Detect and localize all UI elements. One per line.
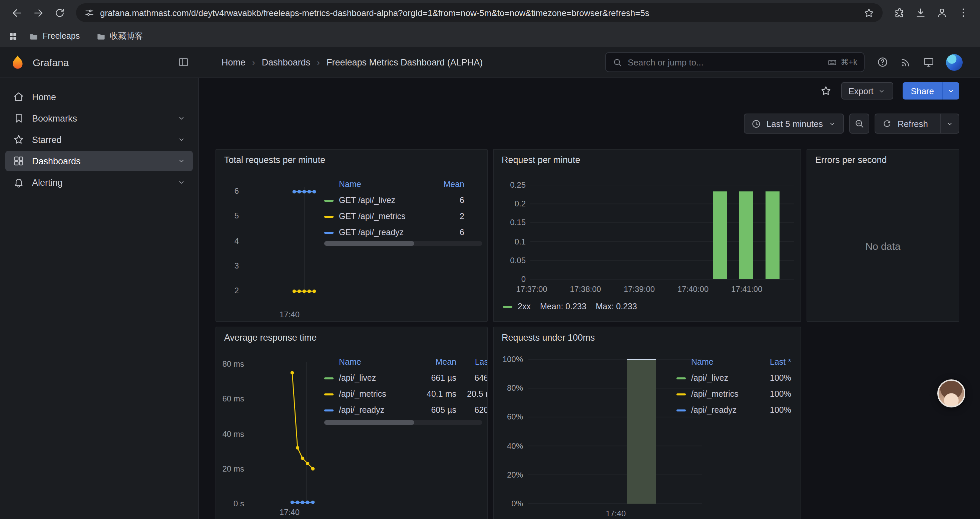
legend-item[interactable]: /api/_metrics100% xyxy=(676,386,791,402)
extensions-icon[interactable] xyxy=(889,3,909,23)
axis-tick: 17:38:00 xyxy=(562,284,609,294)
search-box[interactable]: ⌘+k xyxy=(605,52,865,72)
refresh-icon xyxy=(882,118,892,129)
breadcrumb-separator: › xyxy=(252,57,255,67)
breadcrumb: Home›Dashboards›Freeleaps Metrics Dashbo… xyxy=(221,57,483,67)
person-icon xyxy=(936,7,948,19)
panel-title[interactable]: Requests under 100ms xyxy=(502,333,595,343)
chevron-down-icon xyxy=(828,119,837,128)
legend-scrollbar[interactable] xyxy=(324,420,482,425)
apps-grid-icon[interactable] xyxy=(8,31,18,41)
refresh-button[interactable]: Refresh xyxy=(875,113,959,134)
bookmarks-bar: Freeleaps 收藏博客 xyxy=(0,26,980,47)
legend-scrollbar[interactable] xyxy=(324,241,482,246)
legend-item[interactable]: /api/_livez661 µs646 xyxy=(324,370,488,386)
apps-icon xyxy=(12,155,25,167)
sidebar-item-label: Bookmarks xyxy=(32,113,77,123)
user-avatar[interactable] xyxy=(946,54,963,70)
folder-icon xyxy=(29,31,39,41)
legend-item[interactable]: GET /api/_metrics2 xyxy=(324,208,464,224)
home-icon xyxy=(12,91,25,103)
legend-item[interactable]: /api/_livez100% xyxy=(676,370,791,386)
search-input[interactable] xyxy=(622,57,827,67)
series-swatch xyxy=(676,377,686,379)
axis-tick: 0 xyxy=(498,275,526,284)
site-settings-icon[interactable] xyxy=(84,7,95,18)
axis-tick: 17:40 xyxy=(269,310,310,319)
sidebar-item-label: Home xyxy=(32,92,56,102)
axis-tick: 5 xyxy=(219,211,239,221)
forward-button[interactable] xyxy=(28,3,48,23)
axis-tick: 60% xyxy=(495,412,523,422)
axis-tick: 2 xyxy=(219,286,239,295)
browser-profile-icon[interactable] xyxy=(932,3,952,23)
legend-header: NameLast * xyxy=(676,354,791,370)
sidebar-item-dashboards[interactable]: Dashboards xyxy=(5,151,193,171)
legend-item[interactable]: /api/_metrics40.1 ms20.5 r xyxy=(324,386,488,402)
axis-tick: 40 ms xyxy=(216,429,244,439)
display-icon[interactable] xyxy=(923,56,935,68)
series-swatch xyxy=(324,393,334,395)
url-input[interactable] xyxy=(95,8,863,18)
legend-header: NameMean xyxy=(324,176,464,192)
axis-tick: 0 s xyxy=(216,499,244,508)
sidebar-item-bookmarks[interactable]: Bookmarks xyxy=(5,108,193,128)
sidebar-item-label: Starred xyxy=(32,134,62,145)
breadcrumb-item[interactable]: Dashboards xyxy=(262,57,310,67)
axis-tick: 17:40:00 xyxy=(670,284,716,294)
downloads-icon[interactable] xyxy=(911,3,931,23)
axis-tick: 80 ms xyxy=(216,359,244,369)
series-swatch xyxy=(324,377,334,379)
series-swatch xyxy=(324,409,334,411)
favorite-star-icon[interactable] xyxy=(819,85,832,97)
legend-item[interactable]: /api/_readyz605 µs620 xyxy=(324,402,488,418)
axis-tick: 0.2 xyxy=(498,199,526,208)
legend-item[interactable]: GET /api/_readyz6 xyxy=(324,224,464,241)
axis-tick: 17:37:00 xyxy=(508,284,555,294)
sidebar-item-label: Dashboards xyxy=(32,156,81,166)
back-icon xyxy=(10,6,23,19)
help-icon[interactable] xyxy=(877,56,889,68)
legend-item[interactable]: /api/_readyz100% xyxy=(676,402,791,418)
requests-per-minute-bar-chart xyxy=(530,180,796,285)
panel-title[interactable]: Average response time xyxy=(224,333,317,343)
reload-button[interactable] xyxy=(49,3,69,23)
dock-sidebar-icon[interactable] xyxy=(177,56,189,68)
share-chevron-down-icon[interactable] xyxy=(942,82,959,99)
series-swatch xyxy=(676,409,686,411)
chevron-down-icon[interactable] xyxy=(177,156,186,166)
legend-item[interactable]: 2xx xyxy=(518,302,531,311)
dashboard-actions: Export Share xyxy=(819,78,959,104)
bookmark-folder-freeleaps[interactable]: Freeleaps xyxy=(23,29,85,44)
panel-title[interactable]: Total requests per minute xyxy=(224,155,325,165)
sidebar-item-home[interactable]: Home xyxy=(5,87,193,107)
chevron-down-icon[interactable] xyxy=(177,178,186,187)
export-button[interactable]: Export xyxy=(841,82,893,99)
panel-title[interactable]: Request per minute xyxy=(502,155,581,165)
brand-title: Grafana xyxy=(33,56,69,68)
series-swatch xyxy=(324,200,334,201)
panel-title[interactable]: Errors per second xyxy=(815,155,887,165)
bookmark-folder-favorites[interactable]: 收藏博客 xyxy=(91,28,148,45)
time-range-picker[interactable]: Last 5 minutes xyxy=(744,113,844,134)
legend-header: NameMeanLas xyxy=(324,354,488,370)
chevron-down-icon[interactable] xyxy=(177,135,186,144)
sidebar-item-alerting[interactable]: Alerting xyxy=(5,172,193,192)
legend-item[interactable]: GET /api/_livez6 xyxy=(324,192,464,208)
back-button[interactable] xyxy=(7,3,27,23)
share-button[interactable]: Share xyxy=(903,82,959,99)
rss-icon[interactable] xyxy=(900,56,911,68)
chevron-down-icon[interactable] xyxy=(177,113,186,123)
address-bar[interactable] xyxy=(76,3,883,22)
axis-tick: 4 xyxy=(219,236,239,246)
legend-table: NameLast */api/_livez100%/api/_metrics10… xyxy=(676,354,791,418)
grafana-logo[interactable] xyxy=(10,54,26,70)
axis-tick: 20% xyxy=(495,470,523,480)
floating-assistant-avatar[interactable] xyxy=(937,379,965,407)
bookmark-star-icon[interactable] xyxy=(863,7,875,18)
sidebar-item-starred[interactable]: Starred xyxy=(5,129,193,150)
browser-menu-icon[interactable] xyxy=(953,3,973,23)
breadcrumb-item[interactable]: Home xyxy=(221,57,245,67)
refresh-interval-chevron-icon[interactable] xyxy=(940,114,959,133)
zoom-out-button[interactable] xyxy=(850,113,870,134)
